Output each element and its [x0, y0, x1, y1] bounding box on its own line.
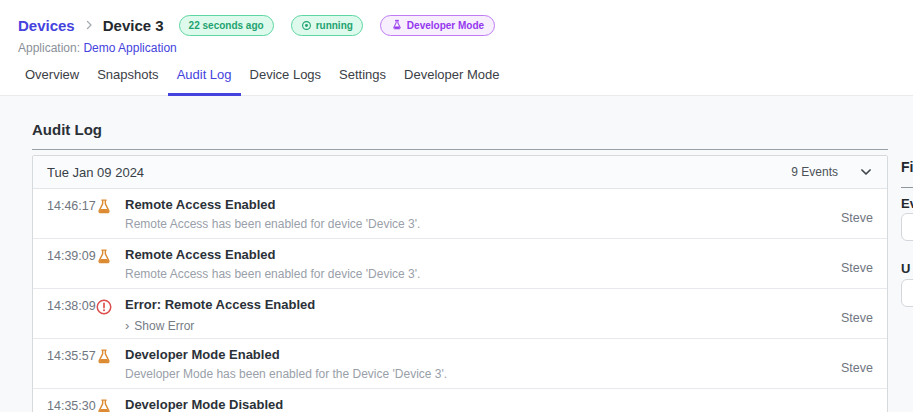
device-detail-page: Devices Device 3 22 seconds ago running …	[0, 0, 913, 412]
developer-mode-label: Developer Mode	[407, 20, 484, 31]
table-row: 14:46:17 Remote Access Enabled Remote Ac…	[33, 189, 887, 239]
event-main: Error: Remote Access Enabled ›Show Error	[125, 297, 315, 333]
table-row: 14:35:30 Developer Mode Disabled › Steve	[33, 389, 887, 412]
tab-overview[interactable]: Overview	[16, 67, 88, 96]
error-icon	[95, 297, 113, 316]
event-time: 14:39:09	[47, 247, 95, 263]
user-filter-input[interactable]	[901, 279, 913, 307]
page-title: Device 3	[103, 17, 164, 34]
tab-snapshots[interactable]: Snapshots	[88, 67, 167, 96]
last-seen-label: 22 seconds ago	[189, 20, 264, 31]
breadcrumb-devices-link[interactable]: Devices	[18, 17, 75, 34]
filter-title: Fi	[901, 159, 913, 175]
tab-audit-log[interactable]: Audit Log	[168, 67, 241, 96]
event-title: Remote Access Enabled	[125, 197, 420, 212]
date-label: Tue Jan 09 2024	[47, 165, 144, 180]
flask-icon	[95, 197, 113, 216]
event-main: Developer Mode Enabled Developer Mode ha…	[125, 347, 447, 381]
flask-icon	[391, 19, 403, 31]
filter-panel: Fi Ev U	[901, 96, 913, 412]
flask-icon	[95, 247, 113, 266]
application-label: Application:	[18, 41, 80, 55]
chevron-right-icon	[83, 19, 95, 31]
table-row: 14:35:57 Developer Mode Enabled Develope…	[33, 339, 887, 389]
date-group-header[interactable]: Tue Jan 09 2024 9 Events	[33, 156, 887, 189]
event-user: Steve	[841, 211, 873, 225]
last-seen-badge: 22 seconds ago	[179, 15, 274, 36]
event-title: Error: Remote Access Enabled	[125, 297, 315, 312]
application-line: Application: Demo Application	[18, 41, 177, 55]
event-time: 14:35:30	[47, 397, 95, 412]
event-title: Developer Mode Disabled	[125, 397, 283, 412]
event-description: Remote Access has been enabled for devic…	[125, 218, 420, 231]
event-description: Developer Mode has been enabled for the …	[125, 368, 447, 381]
event-main: Developer Mode Disabled ›	[125, 397, 283, 412]
event-time: 14:38:09	[47, 297, 95, 313]
event-title: Developer Mode Enabled	[125, 347, 447, 362]
event-title: Remote Access Enabled	[125, 247, 420, 262]
tab-bar: OverviewSnapshotsAudit LogDevice LogsSet…	[0, 66, 913, 96]
status-running-icon	[301, 20, 312, 31]
event-user: Steve	[841, 361, 873, 375]
chevron-down-icon[interactable]	[859, 165, 873, 179]
filter-event-label: Ev	[901, 196, 913, 211]
show-error-link[interactable]: ›Show Error	[125, 318, 315, 333]
developer-mode-badge: Developer Mode	[380, 15, 495, 36]
events-count: 9 Events	[791, 165, 838, 179]
breadcrumb: Devices Device 3 22 seconds ago running …	[18, 13, 495, 37]
event-description: Remote Access has been enabled for devic…	[125, 268, 420, 281]
application-link[interactable]: Demo Application	[83, 41, 176, 55]
status-badges: 22 seconds ago running Developer Mode	[179, 15, 496, 36]
running-status-badge: running	[291, 15, 363, 36]
table-row: 14:39:09 Remote Access Enabled Remote Ac…	[33, 239, 887, 289]
event-time: 14:35:57	[47, 347, 95, 363]
event-filter-input[interactable]	[901, 213, 913, 241]
filter-user-label: U	[901, 261, 910, 276]
event-main: Remote Access Enabled Remote Access has …	[125, 197, 420, 231]
audit-log-panel: Audit Log Tue Jan 09 2024 9 Events 14:46…	[0, 96, 913, 412]
status-label: running	[316, 20, 353, 31]
event-main: Remote Access Enabled Remote Access has …	[125, 247, 420, 281]
flask-icon	[95, 397, 113, 412]
chevron-right-icon: ›	[125, 318, 129, 333]
event-user: Steve	[841, 311, 873, 325]
section-title: Audit Log	[32, 121, 102, 138]
tab-settings[interactable]: Settings	[330, 67, 395, 96]
tab-developer-mode[interactable]: Developer Mode	[395, 67, 508, 96]
section-divider	[32, 149, 888, 150]
flask-icon	[95, 347, 113, 366]
table-row: 14:38:09 Error: Remote Access Enabled ›S…	[33, 289, 887, 339]
tab-device-logs[interactable]: Device Logs	[241, 67, 331, 96]
audit-log-table: Tue Jan 09 2024 9 Events 14:46:17 Remote…	[32, 155, 888, 412]
filter-divider	[901, 187, 913, 188]
event-user: Steve	[841, 261, 873, 275]
audit-rows: 14:46:17 Remote Access Enabled Remote Ac…	[33, 189, 887, 412]
event-time: 14:46:17	[47, 197, 95, 213]
